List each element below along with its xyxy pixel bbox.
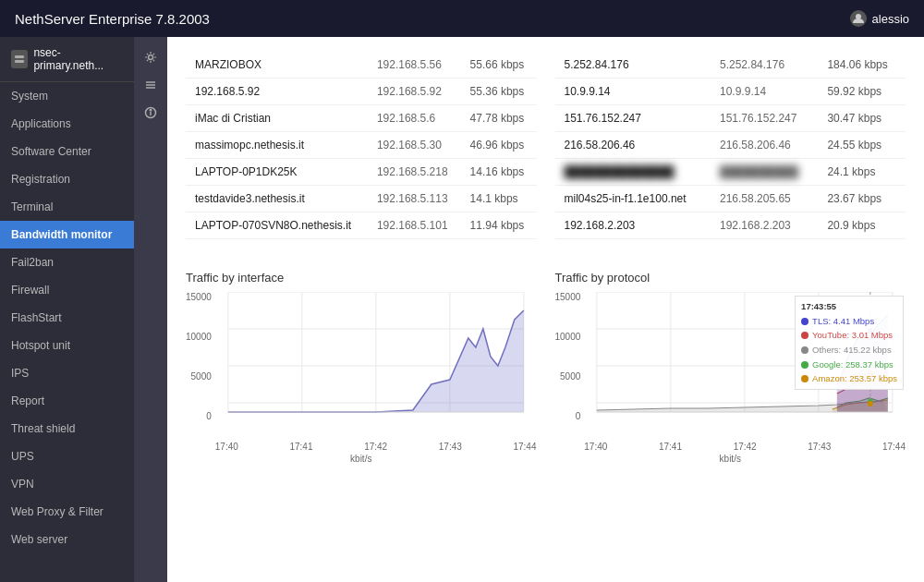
sidebar-item-vpn[interactable]: VPN [0,470,134,498]
legend-label: Google: 258.37 kbps [812,358,894,372]
sidebar-item-web-proxy[interactable]: Web Proxy & Filter [0,498,134,526]
bandwidth-cell: 14.1 kbps [461,186,537,212]
sidebar-item-ups[interactable]: UPS [0,443,134,470]
y-tick: 15000 [555,292,581,302]
legend-label: Amazon: 253.57 kbps [812,371,897,386]
sidebar-item-applications[interactable]: Applications [0,110,134,138]
app-title: NethServer Enterprise 7.8.2003 [15,11,210,27]
host-cell: iMac di Cristian [186,105,368,132]
bandwidth-cell: 30.47 kbps [818,105,906,132]
settings-icon-btn[interactable] [138,44,164,70]
table-row: testdavide3.nethesis.it192.168.5.11314.1… [186,186,537,212]
ip-cell: 216.58.205.65 [711,186,818,212]
ip-cell: 5.252.84.176 [711,52,818,79]
y-tick: 5000 [191,371,212,382]
top-header: NethServer Enterprise 7.8.2003 alessio [0,0,924,37]
y-tick: 0 [206,411,212,421]
x-tick: 17:44 [882,442,906,452]
icon-panel [134,37,167,582]
sidebar-item-web-server[interactable]: Web server [0,526,134,553]
ip-cell: 192.168.5.218 [368,159,461,186]
svg-point-3 [149,55,153,60]
legend-color [801,346,808,354]
chart-right-ylabel: kbit/s [555,454,906,464]
svg-point-39 [868,401,873,406]
host-cell: 216.58.206.46 [555,132,711,159]
sidebar-item-threat-shield[interactable]: Threat shield [0,415,134,443]
legend-item: YouTube: 3.01 Mbps [801,328,897,343]
y-tick: 5000 [560,371,580,382]
legend-label: TLS: 4.41 Mbps [812,314,874,329]
legend-label: Others: 415.22 kbps [812,343,892,358]
traffic-by-interface-chart: Traffic by interface 15000 10000 5000 0 [186,271,537,464]
sidebar-item-terminal[interactable]: Terminal [0,193,134,221]
host-cell: 192.168.2.203 [555,212,711,239]
x-tick: 17:42 [734,442,757,452]
traffic-by-protocol-chart: Traffic by protocol 15000 10000 5000 0 [555,271,906,464]
bandwidth-cell: 24.1 kbps [818,159,906,186]
sidebar-item-flashstart[interactable]: FlashStart [0,304,134,332]
y-tick: 10000 [186,332,212,342]
table-row: ████████████████████████24.1 kbps [555,159,906,186]
bandwidth-cell: 46.96 kbps [461,132,537,159]
username-label: alessio [872,12,909,26]
table-row: LAPTOP-070SVN8O.nethesis.it192.168.5.101… [186,212,537,239]
sidebar-item-system[interactable]: System [0,82,134,110]
left-table-section: MARZIOBOX192.168.5.5655.66 kbps192.168.5… [186,52,537,261]
bandwidth-cell: 14.16 kbps [461,159,537,186]
server-name-label: nsec-primary.neth... [33,46,123,72]
user-menu[interactable]: alessio [850,10,909,27]
sidebar-item-registration[interactable]: Registration [0,165,134,193]
ip-cell: 192.168.5.6 [368,105,461,132]
ip-cell: 151.76.152.247 [711,105,818,132]
host-cell: 5.252.84.176 [555,52,711,79]
sidebar-item-hotspot-unit[interactable]: Hotspot unit [0,332,134,359]
ip-cell: 192.168.2.203 [711,212,818,239]
table-row: iMac di Cristian192.168.5.647.78 kbps [186,105,537,132]
sidebar-item-bandwidth-monitor[interactable]: Bandwidth monitor [0,221,134,249]
host-cell: LAPTOP-0P1DK25K [186,159,368,186]
sidebar-item-firewall[interactable]: Firewall [0,276,134,304]
ip-cell: 10.9.9.14 [711,79,818,105]
legend-color [801,318,808,325]
sidebar-item-fail2ban[interactable]: Fail2ban [0,249,134,276]
host-cell: 151.76.152.247 [555,105,711,132]
svg-rect-2 [15,60,24,63]
table-row: 192.168.2.203192.168.2.20320.9 kbps [555,212,906,239]
svg-rect-1 [15,55,24,58]
sidebar-item-report[interactable]: Report [0,387,134,415]
y-tick: 0 [576,411,581,421]
bandwidth-cell: 23.67 kbps [818,186,906,212]
chart-tooltip: 17:43:55 TLS: 4.41 MbpsYouTube: 3.01 Mbp… [795,296,904,390]
info-icon-btn[interactable] [138,100,164,126]
y-tick: 15000 [186,292,212,302]
sidebar-item-ips[interactable]: IPS [0,359,134,387]
y-tick: 10000 [555,332,581,342]
x-tick: 17:40 [584,442,607,452]
table-row: LAPTOP-0P1DK25K192.168.5.21814.16 kbps [186,159,537,186]
chart-left-svg [215,292,537,440]
sidebar-item-software-center[interactable]: Software Center [0,138,134,165]
legend-item: Google: 258.37 kbps [801,358,897,372]
bandwidth-cell: 55.36 kbps [461,79,537,105]
legend-color [801,361,808,369]
ip-cell: 216.58.206.46 [711,132,818,159]
x-tick: 17:41 [659,442,682,452]
host-cell: ██████████████ [555,159,711,186]
right-bandwidth-table: 5.252.84.1765.252.84.176184.06 kbps10.9.… [555,52,906,239]
x-tick: 17:42 [364,442,387,452]
host-cell: 10.9.9.14 [555,79,711,105]
bandwidth-cell: 24.55 kbps [818,132,906,159]
x-tick: 17:44 [513,442,536,452]
server-selector[interactable]: nsec-primary.neth... [0,37,134,82]
left-bandwidth-table: MARZIOBOX192.168.5.5655.66 kbps192.168.5… [186,52,537,239]
main-content: MARZIOBOX192.168.5.5655.66 kbps192.168.5… [167,37,924,582]
chart-right-title: Traffic by protocol [555,271,906,285]
list-icon-btn[interactable] [138,72,164,98]
ip-cell: ██████████ [711,159,818,186]
legend-color [801,332,808,339]
bandwidth-cell: 20.9 kbps [818,212,906,239]
server-icon [11,50,28,68]
ip-cell: 192.168.5.30 [368,132,461,159]
ip-cell: 192.168.5.92 [368,79,461,105]
